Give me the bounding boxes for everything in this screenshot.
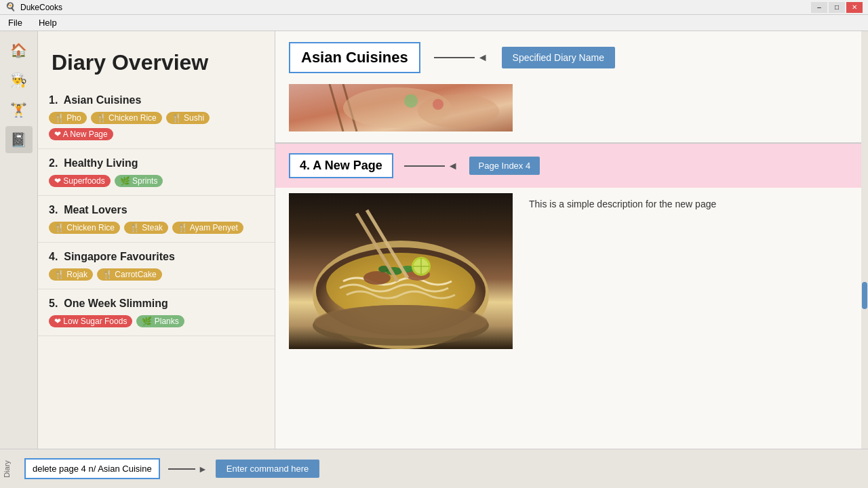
diary-item-2[interactable]: 2. Healthy Living ❤ Superfoods 🌿 Sprints: [38, 149, 275, 196]
svg-point-4: [418, 94, 499, 128]
diary-detail-header: Asian Cuisines ◄ Specified Diary Name: [275, 31, 868, 84]
diary-name-label: Specified Diary Name: [502, 47, 615, 68]
diary-header-image: [289, 84, 513, 131]
left-panel: Diary Overview 1. Asian Cuisines 🍴 Pho 🍴…: [38, 31, 275, 449]
noodle-image: [289, 193, 513, 349]
tag-rojak[interactable]: 🍴 Rojak: [49, 268, 93, 281]
window-controls: – □ ✕: [811, 2, 863, 13]
health-nav-button[interactable]: 🏋: [5, 96, 33, 123]
new-page-content: This is a simple description for the new…: [275, 188, 868, 363]
new-page-section: 4. A New Page ◄ Page Index 4: [275, 144, 868, 188]
page-title: Diary Overview: [38, 42, 275, 86]
right-panel: Asian Cuisines ◄ Specified Diary Name: [275, 31, 868, 449]
tag-chicken-rice-2[interactable]: 🍴 Chicken Rice: [49, 222, 120, 234]
app-title: DukeCooks: [20, 3, 811, 12]
close-button[interactable]: ✕: [846, 2, 863, 13]
diary-item-header-4: 4. Singapore Favourites: [49, 251, 264, 263]
tag-sushi[interactable]: 🍴 Sushi: [166, 112, 210, 124]
noodle-image-svg: [289, 193, 513, 349]
diary-item-header-3: 3. Meat Lovers: [49, 204, 264, 216]
page-index-box: 4. A New Page: [289, 153, 393, 178]
tag-new-page[interactable]: ❤ A New Page: [49, 128, 113, 140]
diary-item-tags-2: ❤ Superfoods 🌿 Sprints: [49, 175, 264, 187]
page-index-arrow: ◄: [404, 160, 458, 172]
diary-item-header-1: 1. Asian Cuisines: [49, 94, 264, 106]
minimize-button[interactable]: –: [811, 2, 827, 13]
page-index-label: Page Index 4: [469, 157, 540, 175]
app-icon: 🍳: [5, 2, 16, 13]
new-page-header: 4. A New Page ◄ Page Index 4: [275, 144, 868, 188]
tag-carrotcake[interactable]: 🍴 CarrotCake: [97, 268, 162, 281]
svg-point-5: [404, 94, 418, 108]
title-bar: 🍳 DukeCooks – □ ✕: [0, 0, 868, 15]
page-description: This is a simple description for the new…: [529, 193, 854, 349]
diary-detail-section: Asian Cuisines ◄ Specified Diary Name: [275, 31, 868, 144]
diary-item-tags-1: 🍴 Pho 🍴 Chicken Rice 🍴 Sushi ❤ A New Pag…: [49, 112, 264, 140]
tag-pho[interactable]: 🍴 Pho: [49, 112, 87, 124]
page-description-text: This is a simple description for the new…: [529, 199, 716, 209]
tag-planks[interactable]: 🌿 Planks: [136, 315, 184, 327]
tag-ayam-penyet[interactable]: 🍴 Ayam Penyet: [172, 222, 243, 234]
command-arrow: ►: [168, 464, 208, 474]
bottom-bar: Diary ► Enter command here: [0, 449, 868, 488]
diary-image-placeholder: [289, 84, 513, 131]
diary-item-tags-5: ❤ Low Sugar Foods 🌿 Planks: [49, 315, 264, 327]
chef-nav-button[interactable]: 👨‍🍳: [5, 66, 33, 94]
diary-item-tags-3: 🍴 Chicken Rice 🍴 Steak 🍴 Ayam Penyet: [49, 222, 264, 234]
diary-image-container: [275, 84, 868, 142]
diary-item-5[interactable]: 5. One Week Slimming ❤ Low Sugar Foods 🌿…: [38, 289, 275, 336]
diary-item-tags-4: 🍴 Rojak 🍴 CarrotCake: [49, 268, 264, 281]
diary-item-1[interactable]: 1. Asian Cuisines 🍴 Pho 🍴 Chicken Rice 🍴…: [38, 86, 275, 149]
home-nav-button[interactable]: 🏠: [5, 37, 33, 64]
scrollbar-thumb[interactable]: [862, 282, 867, 309]
svg-point-11: [363, 271, 391, 285]
content-area: Diary Overview 1. Asian Cuisines 🍴 Pho 🍴…: [38, 31, 868, 449]
svg-point-6: [433, 99, 443, 110]
tag-steak[interactable]: 🍴 Steak: [124, 222, 168, 234]
enter-command-button[interactable]: Enter command here: [216, 460, 319, 478]
svg-point-23: [314, 305, 488, 339]
diary-nav-button[interactable]: 📓: [5, 126, 33, 153]
diary-section-label: Diary: [3, 460, 11, 478]
command-input[interactable]: [24, 458, 160, 479]
menu-file[interactable]: File: [5, 16, 25, 29]
tag-low-sugar[interactable]: ❤ Low Sugar Foods: [49, 315, 132, 327]
menu-bar: File Help: [0, 15, 868, 31]
menu-help[interactable]: Help: [36, 16, 60, 29]
diary-item-header-5: 5. One Week Slimming: [49, 298, 264, 310]
tag-superfoods[interactable]: ❤ Superfoods: [49, 175, 111, 187]
diary-item-header-2: 2. Healthy Living: [49, 157, 264, 169]
diary-item-3[interactable]: 3. Meat Lovers 🍴 Chicken Rice 🍴 Steak 🍴 …: [38, 196, 275, 243]
main-layout: 🏠 👨‍🍳 🏋 📓 Diary Overview 1. Asian Cuisin…: [0, 31, 868, 449]
maximize-button[interactable]: □: [829, 2, 845, 13]
diary-name-box: Asian Cuisines: [289, 42, 420, 73]
tag-sprints[interactable]: 🌿 Sprints: [115, 175, 163, 187]
scrollbar[interactable]: [861, 31, 868, 449]
tag-chicken-rice-1[interactable]: 🍴 Chicken Rice: [91, 112, 162, 124]
diary-name-arrow: ◄: [434, 52, 488, 64]
diary-item-4[interactable]: 4. Singapore Favourites 🍴 Rojak 🍴 Carrot…: [38, 243, 275, 289]
sidebar-icons: 🏠 👨‍🍳 🏋 📓: [0, 31, 38, 449]
